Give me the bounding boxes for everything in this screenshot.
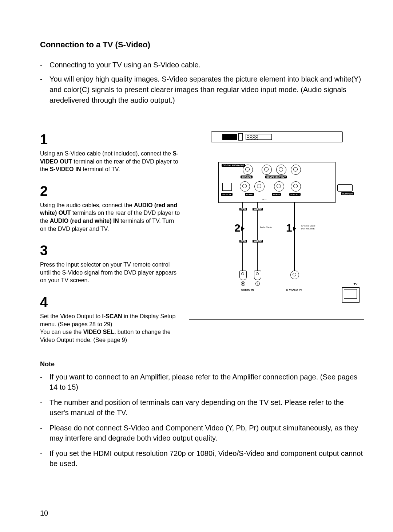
label-tv: TV	[354, 283, 357, 286]
step-text: Using the audio cables, connect the AUDI…	[40, 201, 182, 233]
rca-plug-icon	[239, 271, 247, 280]
terminal-panel-icon: DIGITAL AUDIO OUT COAXIAL COMPONENT OUT …	[218, 162, 336, 203]
label-svideo-in: S-VIDEO IN	[286, 288, 302, 291]
rca-plug-icon	[254, 271, 261, 280]
bullet-dash: -	[40, 372, 49, 392]
svideo-wire-icon	[294, 202, 295, 271]
jack-icon	[262, 165, 272, 175]
label-optical: OPTICAL	[221, 193, 233, 196]
jack-icon	[240, 181, 250, 192]
bullet-dash: -	[40, 60, 49, 70]
label-audio-in: AUDIO IN	[241, 288, 254, 291]
step-text: Using an S-Video cable (not included), c…	[40, 150, 182, 173]
divider	[189, 124, 364, 124]
label-red: RED	[239, 208, 247, 210]
note-item: The number and position of terminals can…	[49, 397, 364, 418]
steps-column: 1 Using an S-Video cable (not included),…	[40, 124, 182, 354]
dvd-player-rear-icon	[211, 131, 343, 142]
label-out: OUT	[261, 198, 268, 201]
intro-block: -Connecting to your TV using an S-Video …	[40, 60, 364, 106]
arrow-right-icon	[241, 226, 245, 231]
divider	[189, 319, 364, 320]
step-text: Press the input selector on your TV remo…	[40, 261, 182, 284]
label-not-included: (not included)	[301, 228, 314, 230]
label-component-out: COMPONENT OUT	[265, 176, 287, 178]
label-red: RED	[239, 240, 247, 243]
label-hdmi-out: HDMI OUT	[341, 192, 354, 195]
bullet-dash: -	[40, 448, 49, 469]
notes-block: -If you want to connect to an Amplifier,…	[40, 372, 364, 469]
section-title: Connection to a TV (S-Video)	[40, 40, 364, 50]
intro-item: Connecting to your TV using an S-Video c…	[49, 60, 201, 70]
jack-icon	[276, 165, 286, 175]
label-white: WHITE	[253, 208, 263, 210]
label-video: VIDEO	[272, 193, 281, 196]
diagram-column: DIGITAL AUDIO OUT COAXIAL COMPONENT OUT …	[189, 124, 364, 354]
audio-wire-r-icon	[242, 202, 243, 271]
jack-icon	[243, 165, 253, 175]
bullet-dash: -	[40, 423, 49, 443]
connection-diagram: DIGITAL AUDIO OUT COAXIAL COMPONENT OUT …	[211, 131, 342, 306]
step-text: Set the Video Output to I-SCAN in the Di…	[40, 312, 182, 344]
label-white: WHITE	[253, 240, 263, 243]
step-number: 4	[40, 295, 182, 310]
jack-icon	[274, 181, 284, 192]
page-number: 10	[40, 509, 48, 517]
step-number: 3	[40, 243, 182, 259]
label-svideo-cable: S-Video Cable	[301, 225, 315, 227]
diagram-marker-1: 1	[286, 222, 296, 234]
svideo-jack-icon	[291, 181, 301, 192]
arrow-right-icon	[293, 226, 296, 231]
bullet-dash: -	[40, 397, 49, 418]
label-audio-cable: Audio Cable	[260, 226, 272, 228]
label-l: L	[255, 281, 260, 286]
jack-icon	[291, 165, 301, 175]
note-heading: Note	[40, 360, 364, 368]
zoom-lines-icon	[233, 142, 309, 162]
optical-port-icon	[222, 183, 232, 191]
label-svideo: S-VIDEO	[289, 193, 301, 196]
note-item: If you set the HDMI output resolution 72…	[49, 448, 364, 469]
tv-icon	[342, 287, 360, 303]
note-item: If you want to connect to an Amplifier, …	[49, 372, 364, 392]
label-digital-audio-out: DIGITAL AUDIO OUT	[222, 164, 245, 167]
note-item: Please do not connect S-Video and Compon…	[49, 423, 364, 443]
step-number: 2	[40, 184, 182, 199]
hdmi-port-icon	[337, 184, 353, 192]
label-r: R	[241, 281, 245, 286]
intro-item: You will enjoy high quality images. S-Vi…	[49, 74, 364, 106]
svideo-plug-icon	[290, 271, 299, 279]
bullet-dash: -	[40, 74, 49, 106]
audio-wire-l-icon	[257, 202, 258, 271]
label-audio: AUDIO	[245, 193, 254, 196]
step-number: 1	[40, 132, 182, 147]
diagram-marker-2: 2	[234, 222, 245, 234]
label-coaxial: COAXIAL	[241, 176, 253, 178]
jack-icon	[254, 181, 265, 192]
leader-line-icon	[298, 279, 320, 279]
